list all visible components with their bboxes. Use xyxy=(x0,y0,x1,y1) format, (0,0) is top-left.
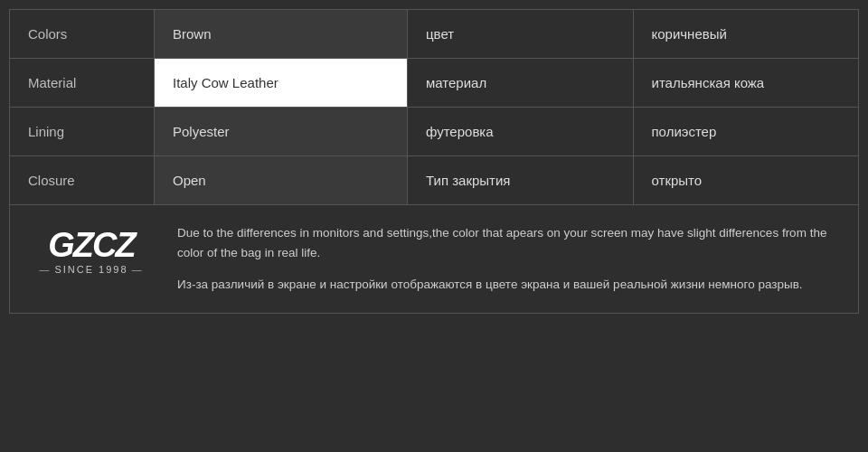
brand-logo: GZCZ SINCE 1998 xyxy=(24,223,159,275)
key-ru-closure: Тип закрытия xyxy=(408,156,634,204)
value-en-colors: Brown xyxy=(155,10,408,58)
value-ru-closure: открыто xyxy=(634,156,859,204)
key-ru-lining: футеровка xyxy=(408,108,634,155)
value-ru-lining: полиэстер xyxy=(634,108,859,155)
main-container: Colors Brown цвет коричневый Material It… xyxy=(0,0,868,452)
footer-section: GZCZ SINCE 1998 Due to the differences i… xyxy=(10,205,858,313)
value-ru-colors: коричневый xyxy=(634,10,859,58)
key-ru-colors: цвет xyxy=(408,10,634,58)
logo-since: SINCE 1998 xyxy=(39,264,143,275)
value-en-lining: Polyester xyxy=(155,108,408,155)
table-row: Lining Polyester футеровка полиэстер xyxy=(10,108,858,156)
value-en-material: Italy Cow Leather xyxy=(155,59,408,107)
value-en-closure: Open xyxy=(155,156,408,204)
logo-text: GZCZ xyxy=(48,228,134,262)
label-closure: Closure xyxy=(10,156,155,204)
label-lining: Lining xyxy=(10,108,155,155)
disclaimer-ru: Из-за различий в экране и настройки отоб… xyxy=(177,275,844,295)
label-colors: Colors xyxy=(10,10,155,58)
key-ru-material: материал xyxy=(408,59,634,107)
table-row: Closure Open Тип закрытия открыто xyxy=(10,156,858,205)
table-row: Colors Brown цвет коричневый xyxy=(10,10,858,59)
value-ru-material: итальянская кожа xyxy=(634,59,859,107)
footer-disclaimer: Due to the differences in monitors and s… xyxy=(177,223,844,295)
product-table: Colors Brown цвет коричневый Material It… xyxy=(9,9,859,314)
table-row: Material Italy Cow Leather материал итал… xyxy=(10,59,858,108)
label-material: Material xyxy=(10,59,155,107)
disclaimer-en: Due to the differences in monitors and s… xyxy=(177,223,844,262)
